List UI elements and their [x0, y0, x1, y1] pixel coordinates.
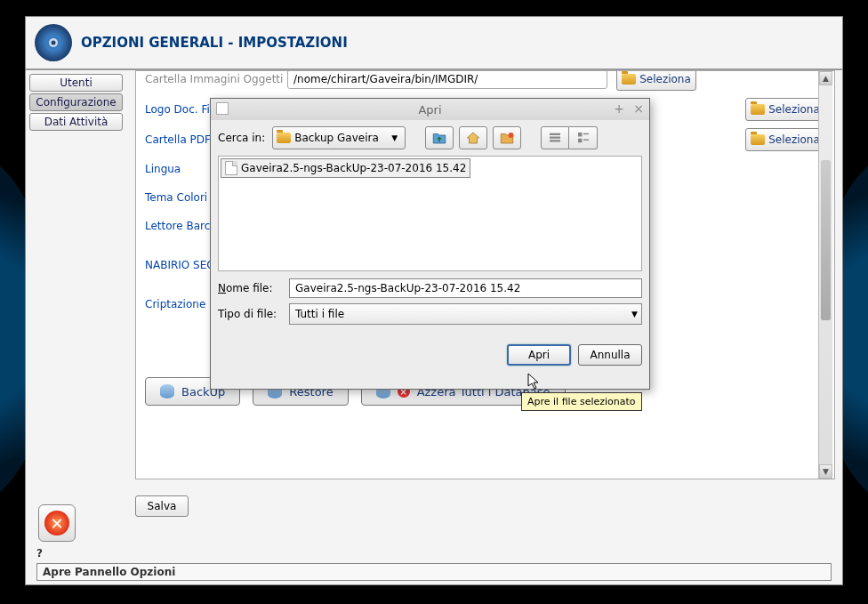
scroll-up-icon[interactable]: ▲ [819, 71, 832, 85]
tooltip: Apre il file selezionato [521, 392, 642, 411]
folder-icon [751, 104, 765, 115]
help-button[interactable]: ? [36, 547, 43, 560]
dialog-toolbar: Cerca in: Backup Gaveira ▼ [211, 120, 649, 156]
maximize-icon[interactable]: + [612, 101, 626, 116]
dialog-titlebar[interactable]: Apri + × [211, 99, 649, 120]
svg-rect-7 [583, 133, 589, 135]
sidebar-item-utenti[interactable]: Utenti [29, 74, 123, 92]
file-list[interactable]: Gaveira2.5-ngs-BackUp-23-07-2016 15.42 [218, 156, 642, 271]
svg-point-2 [509, 133, 514, 138]
sidebar-item-dati-attivita[interactable]: Dati Attività [29, 113, 123, 131]
dialog-title: Apri [418, 103, 441, 117]
scrollbar[interactable]: ▲ ▼ [818, 71, 832, 479]
new-folder-icon [499, 130, 515, 146]
folder-icon [622, 74, 636, 85]
filename-input[interactable] [289, 278, 642, 298]
file-item[interactable]: Gaveira2.5-ngs-BackUp-23-07-2016 15.42 [221, 158, 470, 178]
file-icon [225, 161, 237, 175]
svg-rect-6 [578, 133, 583, 137]
scroll-down-icon[interactable]: ▼ [819, 464, 832, 479]
file-item-name: Gaveira2.5-ngs-BackUp-23-07-2016 15.42 [241, 162, 466, 174]
up-folder-icon [431, 130, 447, 146]
close-button[interactable]: ✕ [38, 504, 76, 542]
chevron-down-icon: ▼ [388, 133, 401, 142]
list-view-button[interactable] [541, 126, 569, 149]
list-view-icon [547, 130, 563, 146]
svg-point-1 [52, 41, 56, 45]
label-cartella-immagini: Cartella Immagini Oggetti [145, 73, 287, 85]
close-icon[interactable]: × [631, 101, 646, 116]
folder-combo[interactable]: Backup Gaveira ▼ [272, 126, 406, 149]
input-cartella-immagini[interactable] [287, 70, 607, 89]
open-button[interactable]: Apri [507, 344, 571, 366]
folder-combo-value: Backup Gaveira [294, 132, 379, 144]
home-button[interactable] [459, 126, 487, 149]
svg-rect-8 [578, 139, 583, 143]
svg-rect-3 [550, 133, 560, 135]
folder-icon [751, 134, 765, 145]
scroll-thumb[interactable] [821, 160, 831, 320]
status-bar: Apre Pannello Opzioni [36, 563, 832, 581]
dialog-app-icon [216, 102, 229, 115]
new-folder-button[interactable] [493, 126, 521, 149]
detail-view-button[interactable] [569, 126, 598, 149]
seleziona-button-1[interactable]: Seleziona [745, 98, 825, 121]
filetype-label: Tipo di file: [218, 308, 289, 320]
filename-label: Nome file: [218, 282, 289, 294]
detail-view-icon [575, 130, 591, 146]
search-in-label: Cerca in: [218, 132, 265, 144]
chevron-down-icon: ▼ [631, 310, 638, 318]
database-icon [160, 384, 174, 399]
salva-button[interactable]: Salva [135, 495, 189, 517]
file-open-dialog: Apri + × Cerca in: Backup Gaveira ▼ [210, 98, 650, 390]
home-icon [465, 130, 481, 146]
svg-rect-9 [583, 140, 589, 141]
sidebar-item-configurazione[interactable]: Configurazione [29, 93, 123, 111]
filetype-select[interactable]: Tutti i file ▼ [289, 303, 642, 325]
up-folder-button[interactable] [425, 126, 454, 149]
filetype-value: Tutti i file [295, 308, 344, 320]
gear-icon [35, 24, 72, 61]
close-icon: ✕ [44, 511, 69, 536]
seleziona-button-0[interactable]: Seleziona [616, 70, 696, 91]
page-title: OPZIONI GENERALI - IMPOSTAZIONI [81, 35, 348, 51]
svg-rect-5 [550, 140, 560, 141]
folder-icon [277, 133, 291, 143]
cancel-button[interactable]: Annulla [578, 344, 642, 366]
seleziona-button-2[interactable]: Seleziona [745, 128, 825, 151]
app-header: OPZIONI GENERALI - IMPOSTAZIONI [26, 17, 842, 70]
svg-rect-4 [550, 137, 560, 139]
